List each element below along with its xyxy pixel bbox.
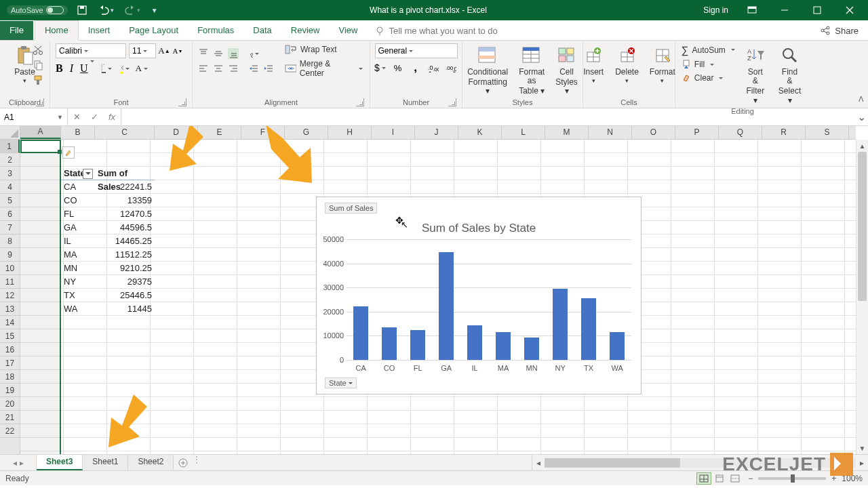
row-header-18[interactable]: 18 [0, 370, 20, 384]
row-header-2[interactable]: 2 [0, 153, 20, 167]
column-header-C[interactable]: C [95, 126, 155, 139]
row-header-14[interactable]: 14 [0, 316, 20, 329]
row-header-10[interactable]: 10 [0, 262, 20, 275]
tab-review[interactable]: Review [281, 21, 330, 40]
insert-cells-button[interactable]: Insert▾ [578, 43, 608, 86]
percent-format-icon[interactable]: % [393, 62, 403, 73]
qat-customize-icon[interactable]: ▼ [149, 5, 160, 16]
tell-me-search[interactable]: Tell me what you want to do [375, 26, 497, 40]
undo-icon[interactable]: ▾ [96, 4, 116, 16]
format-painter-icon[interactable] [33, 75, 43, 85]
decrease-decimal-icon[interactable]: .00.0 [446, 62, 456, 73]
cancel-formula-icon[interactable]: ✕ [68, 112, 85, 122]
tab-insert[interactable]: Insert [79, 21, 120, 40]
column-header-D[interactable]: D [155, 126, 198, 139]
row-header-13[interactable]: 13 [0, 302, 20, 316]
align-left-icon[interactable] [198, 63, 209, 74]
decrease-indent-icon[interactable] [248, 63, 259, 74]
comma-format-icon[interactable]: , [410, 62, 421, 73]
pivot-value-TX[interactable]: 25446.5 [95, 289, 155, 302]
underline-icon[interactable]: U [80, 62, 94, 75]
sheet-tab-sheet3[interactable]: Sheet3 [37, 455, 83, 470]
number-dialog-icon[interactable] [448, 98, 456, 106]
row-header-22[interactable]: 22 [0, 424, 20, 438]
tab-file[interactable]: File [0, 21, 33, 40]
clear-button[interactable]: Clear [680, 73, 725, 83]
autosave-toggle[interactable]: AutoSave [7, 5, 68, 15]
row-header-4[interactable]: 4 [0, 180, 20, 194]
column-header-M[interactable]: M [545, 126, 589, 139]
pivot-chart[interactable]: Sum of Sales ✥↖ Sum of Sales by State 01… [316, 197, 642, 394]
bold-icon[interactable]: B [56, 62, 63, 75]
chart-axis-field-button[interactable]: State [325, 378, 357, 388]
chart-bar-IL[interactable] [467, 325, 482, 360]
row-header-7[interactable]: 7 [0, 221, 20, 235]
vertical-scrollbar[interactable]: ▲ ▼ [856, 140, 868, 454]
format-as-table-button[interactable]: Format asTable ▾ [515, 43, 549, 98]
wrap-text-button[interactable]: Wrap Text [283, 43, 338, 56]
cut-icon[interactable] [33, 45, 43, 56]
pivot-state-FL[interactable]: FL [61, 207, 95, 221]
maximize-icon[interactable] [802, 0, 833, 20]
sheet-nav-buttons[interactable]: ◂▸ [0, 455, 37, 470]
row-header-3[interactable]: 3 [0, 167, 20, 180]
italic-icon[interactable]: I [70, 62, 73, 75]
column-header-R[interactable]: R [762, 126, 806, 139]
chart-bar-CO[interactable] [382, 327, 397, 360]
fill-button[interactable]: Fill [680, 59, 715, 70]
pivot-value-MA[interactable]: 11512.25 [95, 248, 155, 262]
row-header-11[interactable]: 11 [0, 275, 20, 289]
column-header-A[interactable]: A [20, 126, 61, 139]
row-header-9[interactable]: 9 [0, 248, 20, 262]
clipboard-dialog-icon[interactable] [36, 98, 44, 106]
column-header-O[interactable]: O [632, 126, 675, 139]
view-normal-icon[interactable] [696, 472, 711, 485]
tab-data[interactable]: Data [243, 21, 281, 40]
row-header-21[interactable]: 21 [0, 411, 20, 424]
chart-bar-FL[interactable] [410, 330, 425, 360]
pivot-value-NY[interactable]: 29375 [95, 275, 155, 289]
fx-icon[interactable]: fx [103, 112, 121, 122]
pivot-value-GA[interactable]: 44596.5 [95, 221, 155, 235]
row-header-6[interactable]: 6 [0, 207, 20, 221]
align-right-icon[interactable] [228, 63, 239, 74]
delete-cells-button[interactable]: Delete▾ [611, 43, 643, 86]
enter-formula-icon[interactable]: ✓ [85, 112, 103, 122]
pivot-state-TX[interactable]: TX [61, 289, 95, 302]
row-header-1[interactable]: 1 [0, 140, 20, 153]
sort-filter-button[interactable]: AZSort &Filter ▾ [741, 43, 770, 106]
chart-bar-MN[interactable] [524, 338, 539, 360]
shrink-font-icon[interactable]: A▼ [172, 45, 183, 56]
align-top-icon[interactable] [198, 48, 209, 59]
accounting-format-icon[interactable]: $ [375, 62, 386, 73]
row-header-19[interactable]: 19 [0, 384, 20, 397]
pivot-header-sum[interactable]: Sum of Sales [95, 167, 155, 180]
row-header-8[interactable]: 8 [0, 235, 20, 248]
ribbon-display-options-icon[interactable] [736, 0, 768, 20]
row-headers[interactable]: 12345678910111213141516171819202122 [0, 140, 20, 454]
conditional-formatting-button[interactable]: ConditionalFormatting ▾ [463, 43, 512, 98]
increase-decimal-icon[interactable]: .0.00 [428, 62, 439, 73]
column-header-H[interactable]: H [328, 126, 372, 139]
font-size-input[interactable]: 11 [129, 43, 156, 58]
tab-page-layout[interactable]: Page Layout [119, 21, 188, 40]
pivot-state-CA[interactable]: CA [61, 180, 95, 194]
number-format-select[interactable]: General [375, 43, 458, 58]
chart-value-field-button[interactable]: Sum of Sales [325, 203, 377, 214]
pivot-state-IL[interactable]: IL [61, 235, 95, 248]
column-header-N[interactable]: N [589, 126, 632, 139]
zoom-slider[interactable] [758, 477, 826, 480]
column-header-Q[interactable]: Q [719, 126, 762, 139]
new-sheet-button[interactable] [174, 455, 193, 470]
font-name-input[interactable]: Calibri [56, 43, 126, 58]
chart-bar-NY[interactable] [553, 289, 568, 360]
column-headers[interactable]: ABCDEFGHIJKLMNOPQRS [20, 126, 856, 140]
chart-bar-MA[interactable] [496, 332, 511, 360]
chart-bar-TX[interactable] [581, 298, 596, 360]
sign-in-button[interactable]: Sign in [696, 0, 735, 20]
format-cells-button[interactable]: Format▾ [646, 43, 679, 86]
autosum-button[interactable]: ∑AutoSum [680, 43, 736, 56]
column-header-J[interactable]: J [415, 126, 458, 139]
chart-plot-area[interactable]: 01000020000300004000050000CACOFLGAILMAMN… [347, 239, 631, 360]
pivot-state-GA[interactable]: GA [61, 221, 95, 235]
